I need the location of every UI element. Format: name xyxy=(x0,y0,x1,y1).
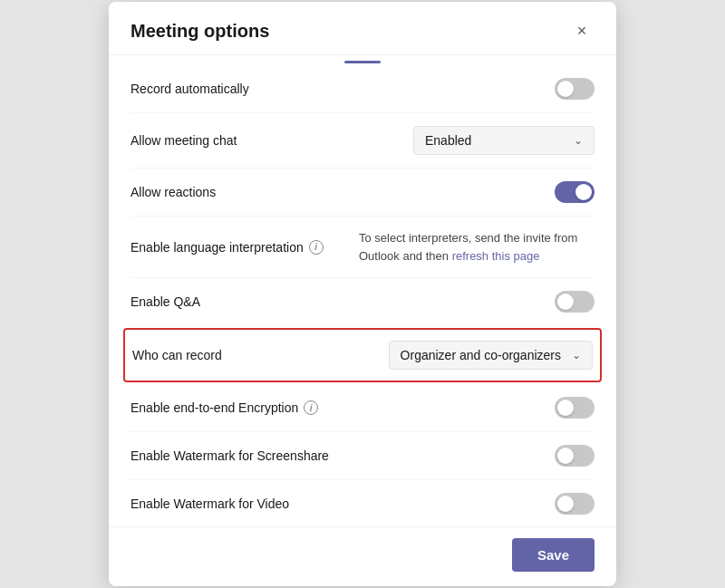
toggle-record-automatically[interactable] xyxy=(555,78,594,100)
option-row-language-interpretation: Enable language interpretation i To sele… xyxy=(130,217,594,278)
toggle-slider-allow-reactions xyxy=(555,181,594,203)
toggle-slider-record-automatically xyxy=(555,78,594,100)
toggle-enable-qa[interactable] xyxy=(555,291,594,313)
dialog-body: Record automatically Allow meeting chat … xyxy=(109,55,616,526)
scroll-line xyxy=(344,61,381,63)
dialog-title: Meeting options xyxy=(130,21,269,42)
option-row-allow-reactions: Allow reactions xyxy=(130,169,594,217)
option-label-record-automatically: Record automatically xyxy=(130,82,431,96)
toggle-slider-e2e-encryption xyxy=(555,397,594,419)
option-control-language-interpretation: To select interpreters, send the invite … xyxy=(359,229,594,265)
option-row-enable-qa: Enable Q&A xyxy=(130,278,594,326)
option-label-allow-meeting-chat: Allow meeting chat xyxy=(130,133,413,148)
toggle-watermark-video[interactable] xyxy=(555,493,594,515)
save-button[interactable]: Save xyxy=(512,538,594,572)
scroll-indicator xyxy=(130,55,594,65)
option-label-who-can-record: Who can record xyxy=(132,348,389,362)
dialog-header: Meeting options × xyxy=(109,2,616,55)
dialog-footer: Save xyxy=(109,526,616,586)
option-row-watermark-screenshare: Enable Watermark for Screenshare xyxy=(130,432,594,480)
option-control-watermark-video xyxy=(431,493,594,515)
toggle-slider-watermark-video xyxy=(555,493,594,515)
dropdown-value-who-can-record: Organizer and co-organizers xyxy=(401,348,561,362)
option-control-allow-meeting-chat: Enabled ⌄ xyxy=(413,126,594,155)
option-row-e2e-encryption: Enable end-to-end Encryption i xyxy=(130,384,594,432)
option-control-enable-qa xyxy=(431,291,594,313)
option-row-watermark-video: Enable Watermark for Video xyxy=(130,480,594,526)
option-control-watermark-screenshare xyxy=(431,445,594,467)
option-row-allow-meeting-chat: Allow meeting chat Enabled ⌄ xyxy=(130,113,594,169)
toggle-watermark-screenshare[interactable] xyxy=(555,445,594,467)
chevron-down-icon: ⌄ xyxy=(574,134,583,147)
toggle-slider-watermark-screenshare xyxy=(555,445,594,467)
toggle-slider-enable-qa xyxy=(555,291,594,313)
meeting-options-dialog: Meeting options × Record automatically A… xyxy=(109,2,616,586)
option-row-who-can-record: Who can record Organizer and co-organize… xyxy=(123,328,602,382)
dropdown-allow-meeting-chat[interactable]: Enabled ⌄ xyxy=(413,126,594,155)
option-row-record-automatically: Record automatically xyxy=(130,65,594,113)
option-label-watermark-screenshare: Enable Watermark for Screenshare xyxy=(130,448,431,463)
refresh-page-link[interactable]: refresh this page xyxy=(452,249,540,263)
option-label-language-interpretation: Enable language interpretation i xyxy=(130,240,359,255)
language-interpretation-description: To select interpreters, send the invite … xyxy=(359,229,594,265)
info-icon-e2e-encryption[interactable]: i xyxy=(304,400,318,415)
toggle-allow-reactions[interactable] xyxy=(555,181,594,203)
option-control-e2e-encryption xyxy=(431,397,594,419)
option-label-allow-reactions: Allow reactions xyxy=(130,185,431,199)
option-control-who-can-record: Organizer and co-organizers ⌄ xyxy=(389,341,593,370)
chevron-down-icon-who-can-record: ⌄ xyxy=(572,349,581,361)
dropdown-value-allow-meeting-chat: Enabled xyxy=(425,133,471,148)
option-label-enable-qa: Enable Q&A xyxy=(130,294,431,309)
toggle-e2e-encryption[interactable] xyxy=(555,397,594,419)
dropdown-who-can-record[interactable]: Organizer and co-organizers ⌄ xyxy=(389,341,593,370)
option-control-allow-reactions xyxy=(431,181,594,203)
option-label-watermark-video: Enable Watermark for Video xyxy=(130,496,431,511)
option-label-e2e-encryption: Enable end-to-end Encryption i xyxy=(130,400,431,415)
info-icon-language-interpretation[interactable]: i xyxy=(309,240,324,255)
close-button[interactable]: × xyxy=(569,18,594,43)
option-control-record-automatically xyxy=(431,78,594,100)
